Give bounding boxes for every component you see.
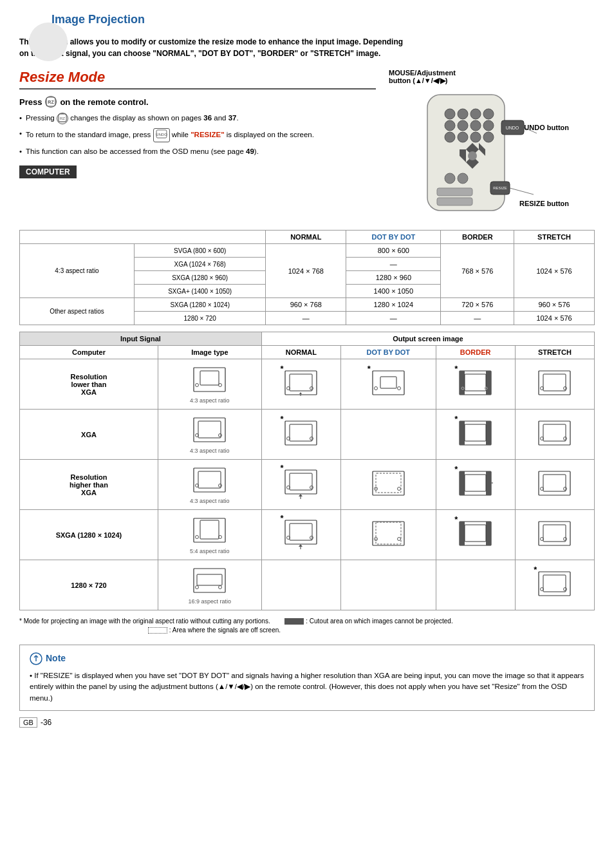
col-computer: Computer [20, 346, 158, 359]
res-xga: XGA (1024 × 768) [134, 258, 265, 271]
cell-dotbydot-xga [340, 410, 436, 460]
svg-rect-44 [373, 371, 404, 395]
svg-rect-120 [197, 574, 222, 585]
note-text: • If "RESIZE" is displayed when you have… [30, 670, 584, 704]
svg-point-81 [310, 486, 313, 489]
screen-normal-xga [283, 419, 319, 448]
res-svga: SVGA (800 × 600) [134, 244, 265, 258]
svg-line-29 [510, 188, 534, 194]
image-type-1280x720: 16:9 aspect ratio [158, 560, 261, 610]
col-normal: NORMAL [261, 346, 340, 359]
page-title: Image Projection [51, 13, 595, 26]
black-box-legend [284, 618, 304, 625]
image-table: Input Signal Output screen image Compute… [19, 332, 595, 610]
svg-rect-68 [486, 421, 491, 445]
aspect-other: Other aspect ratios [20, 298, 135, 325]
col-image-type: Image type [158, 346, 261, 359]
cell-normal-1280x720 [261, 560, 340, 610]
remote-control-image: UNDO RESIZE [395, 88, 563, 217]
svg-rect-67 [460, 421, 465, 445]
cell-stretch-xga [515, 410, 594, 460]
star-footnote: * Mode for projecting an image with the … [19, 618, 270, 625]
screen-sxga-input [192, 516, 227, 545]
image-type-xga: 4:3 aspect ratio [158, 410, 261, 460]
dotted-legend-text: : Area where the signals are off screen. [169, 627, 281, 634]
note-section: Note • If "RESIZE" is displayed when you… [19, 645, 595, 711]
normal-1280x720: — [266, 312, 346, 325]
table-row: XGA 4:3 aspect ratio * [20, 410, 595, 460]
black-legend-text: : Cutout area on which images cannot be … [306, 618, 452, 625]
page-num: -36 [41, 718, 51, 727]
screen-lower-xga [192, 366, 227, 395]
svg-point-47 [397, 387, 400, 390]
resize-icon-inline: RZ [45, 96, 57, 108]
note-icon [30, 652, 42, 665]
th-normal: NORMAL [266, 231, 346, 244]
table-row: Other aspect ratios SXGA (1280 × 1024) 9… [20, 298, 595, 312]
svg-rect-63 [290, 424, 312, 441]
section-heading: Resize Mode [19, 69, 376, 90]
press-instruction: Press RZ on the remote control. [19, 96, 376, 108]
svg-rect-112 [460, 522, 465, 545]
screen-xga-input [192, 416, 227, 445]
stretch-1280x720: 1024 × 576 [514, 312, 595, 325]
svg-point-16 [458, 132, 468, 142]
computer-lower-xga: Resolutionlower thanXGA [20, 359, 158, 410]
table-row: SXGA (1280 × 1024) 5:4 aspect ratio * [20, 510, 595, 560]
svg-point-46 [374, 387, 377, 390]
screen-border-sxga [458, 520, 493, 549]
svg-point-36 [196, 384, 199, 387]
col-border: BORDER [436, 346, 515, 359]
screen-border-1 [458, 369, 493, 398]
cell-dotbydot-1280x720 [340, 560, 436, 610]
stretch-val-43: 1024 × 576 [514, 244, 595, 298]
computer-badge: COMPUTER [19, 165, 77, 178]
computer-sxga: SXGA (1280 × 1024) [20, 510, 158, 560]
svg-point-104 [310, 536, 313, 539]
svg-point-8 [458, 109, 468, 119]
svg-point-15 [445, 132, 455, 142]
screen-border-xga [458, 419, 493, 448]
svg-rect-98 [200, 520, 219, 539]
dotbydot-xga: — [346, 258, 441, 271]
svg-point-96 [564, 487, 567, 491]
cell-normal-sxga: * [261, 510, 340, 560]
svg-rect-32 [437, 188, 472, 196]
svg-rect-75 [198, 471, 221, 488]
svg-rect-39 [290, 374, 312, 391]
svg-rect-33 [437, 198, 472, 205]
stretch-sxga1024: 960 × 576 [514, 298, 595, 312]
th-empty [20, 231, 266, 244]
cell-normal-1: * [261, 359, 340, 410]
dotbydot-1280x720: — [346, 312, 441, 325]
image-type-lower-xga: 4:3 aspect ratio [158, 359, 261, 410]
th-stretch: STRETCH [514, 231, 595, 244]
screen-stretch-sxga [537, 520, 572, 549]
svg-rect-113 [486, 522, 491, 545]
normal-val-43: 1024 × 768 [266, 244, 346, 298]
svg-rect-85 [376, 473, 401, 493]
svg-point-9 [470, 109, 481, 119]
aspect-caption-4: 5:4 aspect ratio [190, 548, 230, 554]
aspect-caption-1: 4:3 aspect ratio [190, 397, 230, 404]
screen-stretch-higher [537, 469, 572, 498]
dotted-legend [148, 627, 167, 634]
res-sxga1024: SXGA (1280 × 1024) [134, 298, 265, 312]
svg-point-73 [564, 437, 567, 440]
svg-point-57 [564, 387, 567, 390]
svg-rect-84 [373, 471, 404, 495]
normal-sxga1024: 960 × 768 [266, 298, 346, 312]
svg-point-12 [458, 120, 468, 131]
page-number-section: GB -36 [19, 717, 595, 728]
svg-text:UNDO: UNDO [156, 132, 167, 137]
top-data-table: NORMAL DOT BY DOT BORDER STRETCH 4:3 asp… [19, 230, 595, 325]
computer-xga: XGA [20, 410, 158, 460]
cell-border-higher: * [436, 460, 515, 510]
aspect-caption-3: 4:3 aspect ratio [190, 498, 230, 504]
screen-stretch-xga [537, 419, 572, 448]
image-type-sxga: 5:4 aspect ratio [158, 510, 261, 560]
resize-button-label: RESIZE button [519, 200, 569, 207]
svg-rect-94 [543, 475, 566, 491]
cell-stretch-sxga [515, 510, 594, 560]
screen-normal-higher [283, 468, 319, 500]
